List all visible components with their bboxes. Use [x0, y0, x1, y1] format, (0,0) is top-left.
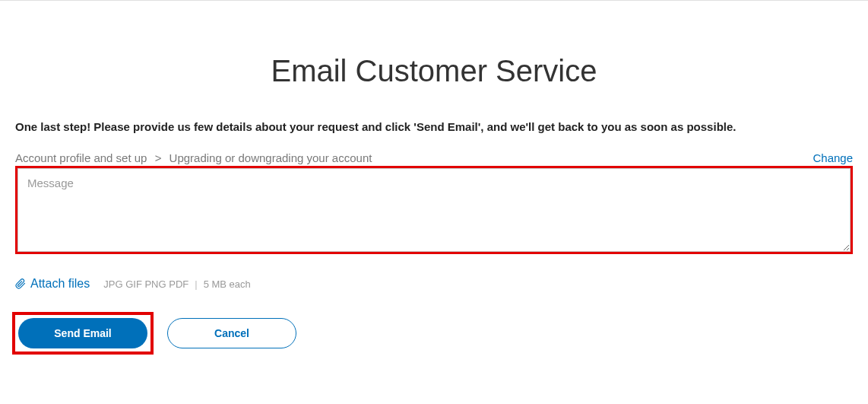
send-email-button[interactable]: Send Email — [18, 318, 147, 348]
breadcrumb: Account profile and set up > Upgrading o… — [15, 151, 372, 164]
attach-limit: 5 MB each — [204, 278, 251, 290]
send-highlight: Send Email — [12, 312, 154, 355]
breadcrumb-level-2: Upgrading or downgrading your account — [169, 151, 372, 164]
message-textarea[interactable] — [17, 168, 851, 252]
breadcrumb-level-1: Account profile and set up — [15, 151, 147, 164]
message-highlight — [15, 166, 853, 254]
breadcrumb-row: Account profile and set up > Upgrading o… — [15, 151, 853, 164]
instruction-text: One last step! Please provide us few det… — [15, 120, 853, 133]
change-link[interactable]: Change — [813, 151, 853, 164]
attach-divider: | — [195, 278, 197, 290]
attach-row: Attach files JPG GIF PNG PDF | 5 MB each — [15, 277, 853, 291]
page-title: Email Customer Service — [15, 54, 853, 88]
paperclip-icon — [15, 278, 26, 289]
chevron-right-icon: > — [155, 151, 162, 164]
button-row: Send Email Cancel — [15, 312, 853, 355]
cancel-button[interactable]: Cancel — [167, 318, 296, 348]
attach-files-link[interactable]: Attach files — [30, 277, 90, 291]
attach-formats: JPG GIF PNG PDF — [103, 278, 188, 290]
